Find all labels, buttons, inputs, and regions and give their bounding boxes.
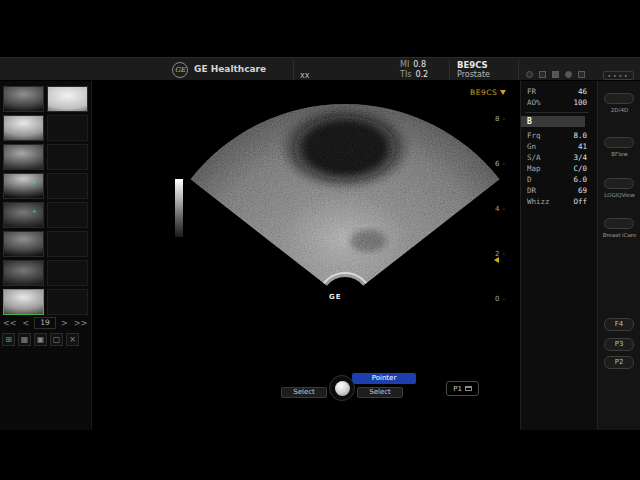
thumbnail-pager: << < 19 > >>: [2, 317, 90, 329]
mi-value: 0.8: [413, 60, 426, 69]
brand-label: GE Healthcare: [194, 64, 266, 74]
status-icon-row: [526, 71, 585, 78]
soft-key-panel: 2D/4D BFlow LOGIQView Breast iCare F4 P3…: [597, 81, 640, 430]
p1-button[interactable]: P1: [446, 381, 479, 396]
print-icon: [465, 386, 472, 391]
divider: [449, 60, 450, 80]
image-area: BE9CS 8- 6- 4- 2- 0- GE Pointer Select S…: [93, 81, 520, 430]
param-row: DR69: [521, 186, 593, 195]
thumbnail-slot: [47, 231, 88, 257]
parameter-panel: FR46 AO%100 B Frq8.0 Gn41 S/A3/4 MapC/0 …: [520, 81, 597, 430]
param-row: Frq8.0: [521, 131, 593, 140]
thumbnail-selected[interactable]: [3, 289, 44, 315]
thumbnail[interactable]: [3, 86, 44, 112]
page-indicator: 19: [34, 317, 56, 329]
pointer-button[interactable]: Pointer: [352, 373, 416, 384]
usb-icon: [552, 71, 559, 78]
divider: [518, 60, 519, 80]
param-row: S/A3/4: [521, 153, 593, 162]
softkey-breastcare-button[interactable]: [604, 218, 634, 229]
probe-label-text: BE9CS: [470, 88, 497, 97]
main-region: << < 19 > >> ⊞ ▦ ▣ ▢ ×: [0, 81, 640, 430]
thumbnail[interactable]: [3, 115, 44, 141]
param-row: WhizzOff: [521, 197, 593, 206]
probe-info: BE9CS Prostate: [457, 60, 490, 80]
softkey-logiqview-button[interactable]: [604, 178, 634, 189]
prev-page-button[interactable]: <: [21, 319, 30, 328]
depth-mark: 6-: [495, 160, 513, 168]
thumbnail-slot: [47, 289, 88, 315]
param-row: D6.0: [521, 175, 593, 184]
thumbnail[interactable]: [3, 144, 44, 170]
mode-indicator: B: [521, 116, 585, 127]
select-right-button[interactable]: Select: [357, 387, 403, 398]
thumbnail-toolbar: ⊞ ▦ ▣ ▢ ×: [2, 333, 79, 346]
param-row: MapC/0: [521, 164, 593, 173]
last-page-button[interactable]: >>: [73, 319, 88, 328]
multi-view-icon[interactable]: ▦: [18, 333, 31, 346]
divider: [293, 60, 294, 80]
blank-view-icon[interactable]: ▢: [50, 333, 63, 346]
next-page-button[interactable]: >: [60, 319, 69, 328]
probe-name: BE9CS: [457, 60, 490, 70]
softkey-label: 2D/4D: [598, 107, 640, 113]
softkey-label: LOGIQView: [598, 192, 640, 198]
network-icon: [565, 71, 572, 78]
tis-label: TIs: [400, 70, 411, 79]
depth-mark: 8-: [495, 115, 513, 123]
acoustic-output-readout: MI0.8 TIs0.2: [400, 60, 428, 80]
thumbnail-panel: << < 19 > >> ⊞ ▦ ▣ ▢ ×: [0, 81, 92, 430]
patient-id: xx: [300, 71, 309, 80]
softkey-2d4d-button[interactable]: [604, 93, 634, 104]
image-icon: [539, 71, 546, 78]
preset-name: Prostate: [457, 70, 490, 80]
thumbnail[interactable]: [3, 231, 44, 257]
param-row: AO%100: [521, 98, 593, 107]
trackball-ball: [335, 381, 350, 396]
ge-watermark: GE: [329, 293, 342, 301]
trackball[interactable]: [329, 375, 355, 401]
thumbnail[interactable]: [3, 202, 44, 228]
param-row: Gn41: [521, 142, 593, 151]
thumbnail-slot: [47, 202, 88, 228]
more-menu-button[interactable]: ••••: [603, 71, 634, 80]
ultrasound-console: GE GE Healthcare xx MI0.8 TIs0.2 BE9CS P…: [0, 0, 640, 480]
focus-marker-icon: [494, 257, 499, 263]
softkey-label: BFlow: [598, 151, 640, 157]
top-bar: GE GE Healthcare xx MI0.8 TIs0.2 BE9CS P…: [0, 57, 640, 81]
select-left-button[interactable]: Select: [281, 387, 327, 398]
thumbnail-slot: [47, 260, 88, 286]
ultrasound-image: [170, 90, 520, 315]
archive-icon: [578, 71, 585, 78]
p2-button[interactable]: P2: [604, 356, 634, 369]
p1-label: P1: [453, 385, 462, 393]
mi-label: MI: [400, 60, 409, 69]
thumbnail-slot: [47, 115, 88, 141]
tis-value: 0.2: [415, 70, 428, 79]
depth-mark: 4-: [495, 205, 513, 213]
softkey-label: Breast iCare: [598, 232, 640, 238]
divider: [525, 112, 589, 113]
thumbnail-slot: [47, 144, 88, 170]
grid-view-icon[interactable]: ⊞: [2, 333, 15, 346]
thumbnail[interactable]: [3, 260, 44, 286]
first-page-button[interactable]: <<: [2, 319, 17, 328]
p3-button[interactable]: P3: [604, 338, 634, 351]
ge-logo-icon: GE: [172, 62, 188, 78]
single-view-icon[interactable]: ▣: [34, 333, 47, 346]
probe-label: BE9CS: [470, 88, 506, 97]
grayscale-bar: [175, 179, 183, 237]
thumbnail[interactable]: [3, 173, 44, 199]
delete-icon[interactable]: ×: [66, 333, 79, 346]
sector-icon: [500, 90, 506, 95]
param-row: FR46: [521, 87, 593, 96]
depth-mark: 0-: [495, 295, 513, 303]
thumbnail[interactable]: [47, 86, 88, 112]
user-icon: [526, 71, 533, 78]
thumbnail-slot: [47, 173, 88, 199]
f4-button[interactable]: F4: [604, 318, 634, 331]
softkey-bflow-button[interactable]: [604, 137, 634, 148]
